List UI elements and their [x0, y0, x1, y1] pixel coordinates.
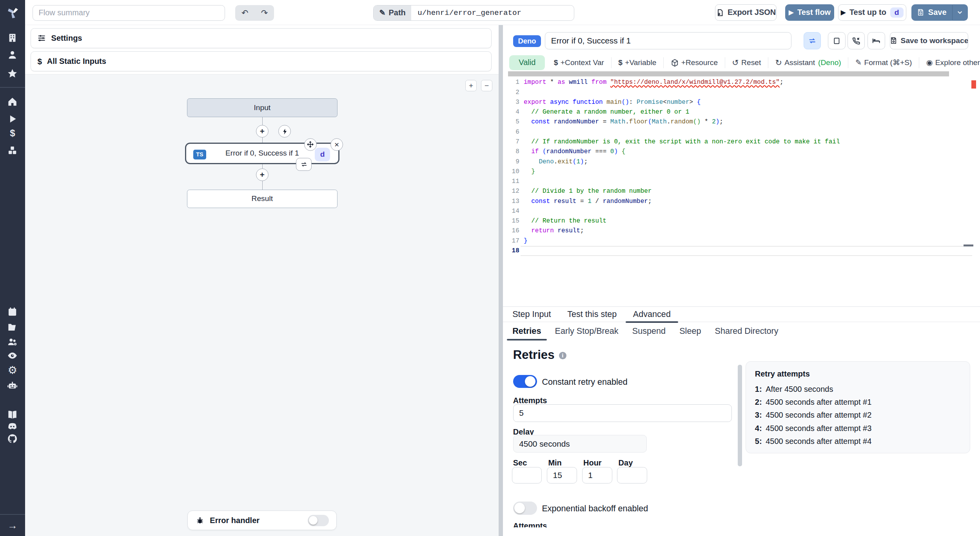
input-node[interactable]: Input — [187, 98, 338, 117]
code-line[interactable]: 9 Deno.exit(1); — [503, 157, 976, 167]
dollar-icon[interactable]: $ — [0, 128, 25, 139]
zoom-out-button[interactable]: − — [481, 80, 492, 91]
code-line[interactable]: 2 — [503, 88, 976, 98]
test-up-to-button[interactable]: ▶ Test up to d — [838, 4, 906, 21]
user-icon[interactable] — [0, 49, 25, 61]
trigger-bolt-button[interactable] — [278, 125, 291, 138]
exponential-backoff-toggle[interactable] — [513, 502, 537, 515]
play-icon[interactable] — [0, 113, 25, 125]
error-handler-toggle[interactable] — [308, 515, 329, 526]
flow-graph-canvas[interactable]: + − Input + TS Error if 0, Success if 1 … — [25, 74, 499, 536]
code-line[interactable]: 1import * as wmill from "https://deno.la… — [503, 78, 976, 87]
flow-summary-input[interactable]: Flow summary — [33, 5, 225, 21]
folder-icon[interactable] — [0, 321, 25, 333]
save-button[interactable]: Save — [911, 4, 952, 21]
arrow-right-icon[interactable]: → — [0, 520, 25, 531]
info-icon[interactable]: i — [559, 352, 566, 359]
windmill-logo-icon[interactable] — [5, 5, 20, 20]
static-inputs-section[interactable]: $ All Static Inputs — [31, 51, 492, 71]
add-step-button[interactable]: + — [256, 125, 269, 138]
code-line[interactable]: 12 // Divide 1 by the random number — [503, 187, 976, 196]
code-editor[interactable]: 1import * as wmill from "https://deno.la… — [503, 78, 976, 256]
move-step-button[interactable] — [304, 138, 317, 151]
sync-toggle-button[interactable] — [804, 32, 821, 50]
assistant-icon: ↻ — [775, 58, 782, 67]
export-json-button[interactable]: Export JSON — [715, 4, 777, 21]
add-step-button[interactable]: + — [256, 168, 269, 181]
github-icon[interactable] — [0, 433, 25, 444]
explore-other-s-button[interactable]: ◉Explore other s — [919, 57, 980, 69]
calendar-icon[interactable] — [0, 306, 25, 318]
format-s--button[interactable]: ✎Format (⌘+S) — [848, 57, 919, 69]
subtab-shared-directory[interactable]: Shared Directory — [709, 322, 784, 340]
code-line[interactable]: 17} — [503, 236, 976, 246]
code-line[interactable]: 6 — [503, 127, 976, 137]
-context-var-button[interactable]: $+Context Var — [547, 57, 611, 69]
eye-icon[interactable] — [0, 350, 25, 362]
sleep-step-button[interactable] — [867, 32, 885, 50]
min-input[interactable]: 15 — [547, 467, 577, 483]
subtab-retries[interactable]: Retries — [507, 322, 547, 340]
reset-button[interactable]: ↺Reset — [725, 57, 768, 69]
code-line[interactable]: 10 } — [503, 167, 976, 177]
robot-icon[interactable] — [0, 380, 25, 391]
path-value[interactable]: u/henri/error_generator — [411, 5, 573, 20]
code-line[interactable]: 3export async function main(): Promise<n… — [503, 98, 976, 107]
code-line[interactable]: 11 — [503, 177, 976, 187]
result-node[interactable]: Result — [187, 190, 338, 208]
tab-advanced[interactable]: Advanced — [625, 307, 679, 321]
panel-splitter[interactable] — [499, 25, 503, 536]
home-icon[interactable] — [0, 96, 25, 108]
hour-input[interactable]: 1 — [582, 467, 612, 483]
tab-step-input[interactable]: Step Input — [504, 307, 559, 321]
cubes-icon[interactable] — [0, 145, 25, 156]
save-to-workspace-button[interactable]: Save to workspace — [890, 32, 968, 50]
code-line[interactable]: 8 if (randomNumber === 0) { — [503, 147, 976, 157]
day-input[interactable] — [617, 467, 647, 483]
redo-button[interactable]: ↷ — [255, 5, 274, 21]
exponential-backoff-label: Exponential backoff enabled — [542, 503, 648, 514]
gear-icon[interactable]: ⚙ — [0, 364, 25, 376]
subtab-sleep[interactable]: Sleep — [674, 322, 707, 340]
delete-step-button[interactable]: × — [330, 138, 343, 151]
-variable-button[interactable]: $+Variable — [611, 57, 663, 69]
code-line[interactable]: 7 // If randomNumber is 0, exit the scri… — [503, 137, 976, 147]
error-handler-row[interactable]: Error handler — [187, 511, 337, 530]
code-line[interactable]: 18 — [503, 246, 976, 256]
test-flow-button[interactable]: ▶ Test flow — [785, 4, 834, 21]
restart-step-button[interactable] — [296, 158, 312, 171]
star-icon[interactable] — [0, 68, 25, 80]
code-line[interactable]: 13 const result = 1 / randomNumber; — [503, 197, 976, 206]
subtab-early-stop-break[interactable]: Early Stop/Break — [549, 322, 624, 340]
code-line[interactable]: 14 — [503, 206, 976, 216]
book-icon[interactable] — [0, 409, 25, 420]
discord-icon[interactable] — [0, 421, 25, 432]
sec-input[interactable] — [512, 467, 542, 483]
webhook-call-button[interactable] — [848, 32, 865, 50]
code-line[interactable]: 15 // Return the result — [503, 216, 976, 226]
mobile-view-button[interactable] — [828, 32, 846, 50]
-resource-button[interactable]: +Resource — [663, 57, 725, 69]
toolbar-scrollbar[interactable] — [508, 71, 949, 76]
users-cog-icon[interactable] — [0, 336, 25, 348]
step-name-input[interactable]: Error if 0, Success if 1 — [545, 32, 791, 50]
save-dropdown-button[interactable] — [952, 4, 968, 21]
constant-retry-toggle[interactable] — [513, 375, 537, 388]
assistant-button[interactable]: ↻Assistant(Deno) — [768, 57, 848, 69]
delay-input[interactable]: 4500 seconds — [513, 435, 647, 453]
form-scrollbar[interactable] — [738, 365, 742, 466]
subtab-suspend[interactable]: Suspend — [626, 322, 671, 340]
attempts-input[interactable]: 5 — [513, 404, 732, 422]
tab-test-this-step[interactable]: Test this step — [559, 307, 625, 321]
code-line[interactable]: 5 const randomNumber = Math.floor(Math.r… — [503, 117, 976, 127]
code-line[interactable]: 16 return result; — [503, 226, 976, 236]
undo-button[interactable]: ↶ — [235, 5, 255, 21]
settings-section[interactable]: Settings — [31, 28, 492, 48]
sidebar-divider — [0, 514, 25, 515]
building-icon[interactable] — [0, 32, 25, 43]
dollar-icon: $ — [618, 58, 622, 67]
path-field[interactable]: ✎ Path u/henri/error_generator — [373, 5, 574, 21]
explore-icon: ◉ — [926, 58, 933, 67]
code-line[interactable]: 4 // Generate a random number, either 0 … — [503, 107, 976, 117]
zoom-in-button[interactable]: + — [465, 80, 477, 91]
